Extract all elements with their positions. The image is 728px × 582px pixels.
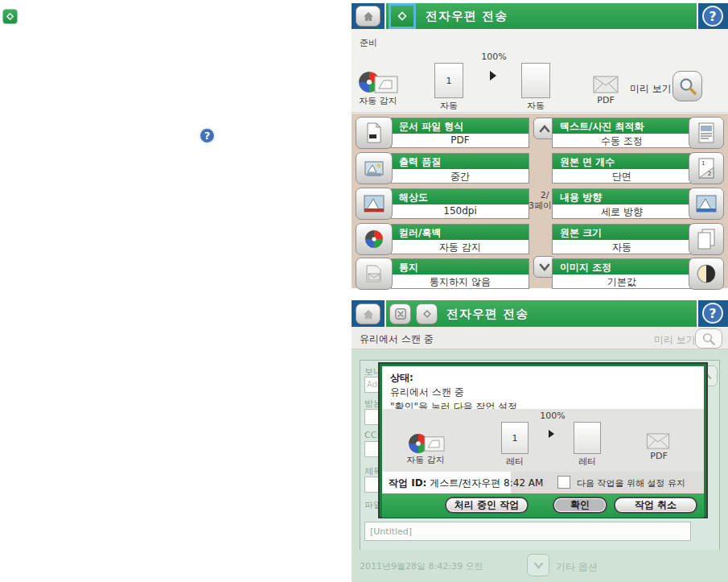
setting-original-sides[interactable]: 원본 면 개수 단면: [552, 153, 692, 184]
email-attachment-icon: [593, 76, 619, 93]
pages-count: 1: [512, 433, 518, 444]
bottom-status-bar: 유리에서 스캔 중 미리 보기: [352, 327, 728, 349]
setting-doc-file-format[interactable]: 문서 파일 형식 PDF: [391, 118, 529, 148]
doc-file-format-icon-button[interactable]: [356, 117, 393, 149]
home-icon: [362, 308, 375, 320]
ok-button[interactable]: 확인: [553, 497, 607, 514]
setting-title: 해상도: [392, 189, 529, 204]
setting-value: 수동 조정: [553, 134, 691, 147]
magnifier-icon: [701, 332, 716, 346]
sides-page-icon: 12: [697, 158, 715, 179]
more-options-button[interactable]: [527, 554, 549, 576]
scanning-status-text: 유리에서 스캔 중: [360, 332, 434, 346]
start-icon: [422, 308, 433, 320]
setting-title: 텍스트/사진 최적화: [553, 118, 691, 134]
format-label: PDF: [644, 451, 673, 461]
email-form-background: 보내 Adr 받는 CC: 제목 파일 [Untitled]: [352, 349, 728, 582]
setting-output-quality[interactable]: 출력 품질 중간: [391, 153, 529, 184]
setting-image-adjustment[interactable]: 이미지 조정 기본값: [552, 258, 692, 289]
paper-icon: [424, 436, 445, 452]
setting-text-photo-optimize[interactable]: 텍스트/사진 최적화 수동 조정: [552, 118, 692, 148]
more-options-label: 기타 옵션: [556, 560, 598, 574]
original-size-icon-button[interactable]: [689, 223, 724, 255]
pages-thumbnail: 1: [434, 63, 463, 98]
jobs-in-progress-button[interactable]: 처리 중인 작업: [445, 497, 529, 514]
cancel-job-button[interactable]: 작업 취소: [614, 497, 697, 514]
preview-button[interactable]: [672, 71, 702, 101]
cancel-x-icon: [395, 308, 406, 320]
dialog-status-section: 상태: 유리에서 스캔 중 "확인"을 눌러 다음 작업 설정: [382, 366, 704, 409]
setting-title: 내용 방향: [553, 189, 691, 204]
size-thumbnail: [574, 422, 601, 454]
setting-title: 원본 면 개수: [553, 154, 691, 169]
setting-value: 중간: [392, 169, 529, 183]
setting-title: 문서 파일 형식: [392, 118, 529, 134]
notification-icon-button[interactable]: [356, 258, 393, 290]
setting-notification[interactable]: 통지 통지하지 않음: [391, 258, 529, 289]
arrow-right-icon: [490, 71, 496, 80]
cancel-scan-button[interactable]: [389, 303, 411, 324]
size-label: 자동: [516, 100, 556, 112]
setting-value: 통지하지 않음: [392, 274, 529, 288]
job-id-line: 작업 ID: 게스트/전자우편 8:42 AM: [389, 477, 543, 490]
text-page-icon: [697, 122, 715, 143]
magnifier-icon: [678, 76, 697, 96]
bottom-footer: 2011년9월28일 8:42:39 오전 기타 옵션: [352, 550, 728, 582]
job-id-label: 작업 ID:: [389, 477, 426, 489]
keep-settings-label: 다음 작업을 위해 설정 유지: [577, 477, 685, 489]
scan-status-dialog: 상태: 유리에서 스캔 중 "확인"을 눌러 다음 작업 설정: [378, 362, 708, 518]
size-thumbnail: [521, 63, 550, 98]
setting-title: 원본 크기: [553, 225, 691, 240]
start-scan-button-disabled[interactable]: [416, 303, 438, 324]
color-mode-label: 자동 감지: [352, 95, 405, 107]
start-icon: [2, 9, 18, 24]
original-sides-icon-button[interactable]: 12: [689, 152, 724, 184]
dialog-green-border: 상태: 유리에서 스캔 중 "확인"을 눌러 다음 작업 설정: [380, 364, 706, 517]
dialog-jobid-strip: 작업 ID: 게스트/전자우편 8:42 AM 다음 작업을 위해 설정 유지: [382, 472, 704, 493]
home-button[interactable]: [356, 303, 380, 324]
notification-envelope-icon: [364, 264, 385, 283]
color-wheel-icon: [364, 229, 385, 250]
color-black-icon-button[interactable]: [356, 223, 393, 255]
setting-value: 자동: [553, 240, 691, 254]
start-scan-button[interactable]: [389, 3, 416, 29]
setting-resolution[interactable]: 해상도 150dpi: [391, 188, 529, 219]
contrast-icon: [696, 263, 717, 284]
output-quality-icon-button[interactable]: [356, 152, 393, 184]
setting-original-size[interactable]: 원본 크기 자동: [552, 224, 692, 254]
pages-label: 레터: [496, 456, 533, 468]
image-adjustment-icon-button[interactable]: [689, 258, 724, 290]
resolution-icon-button[interactable]: [356, 188, 393, 220]
setting-color-black[interactable]: 컬러/흑백 자동 감지: [391, 224, 529, 254]
home-button[interactable]: [356, 6, 380, 27]
preview-button-disabled: [695, 328, 722, 349]
orientation-photo-icon: [696, 194, 717, 213]
content-orientation-icon-button[interactable]: [689, 188, 724, 220]
setting-title: 이미지 조정: [553, 259, 691, 274]
page-root: ? 전자우편 전송 ? 준비: [0, 0, 728, 582]
email-attachment-icon: [646, 433, 670, 449]
chevron-down-icon: [539, 263, 550, 271]
svg-text:1: 1: [701, 160, 705, 167]
format-label: PDF: [590, 95, 622, 105]
status-label: 상태:: [390, 371, 696, 385]
print-quality-icon: [364, 159, 385, 178]
start-icon: [396, 10, 409, 23]
help-button[interactable]: ?: [702, 6, 723, 27]
help-button[interactable]: ?: [702, 303, 723, 324]
setting-value: 150dpi: [392, 204, 529, 218]
timestamp: 2011년9월28일 8:42:39 오전: [360, 560, 483, 572]
photo-icon: [364, 194, 385, 213]
setting-title: 통지: [392, 259, 529, 274]
chevron-up-icon: [539, 125, 550, 133]
text-photo-optimize-icon-button[interactable]: [689, 117, 724, 149]
help-icon: ?: [199, 127, 216, 144]
setting-content-orientation[interactable]: 내용 방향 세로 방향: [552, 188, 692, 219]
preview-label: 미리 보기: [630, 82, 672, 96]
setting-value: PDF: [392, 134, 529, 147]
keep-settings-checkbox[interactable]: [557, 476, 570, 489]
filename-field[interactable]: [Untitled]: [364, 522, 691, 541]
chevron-down-icon: [533, 562, 544, 569]
color-mode-label: 자동 감지: [400, 454, 451, 466]
pages-label: 자동: [429, 100, 469, 112]
